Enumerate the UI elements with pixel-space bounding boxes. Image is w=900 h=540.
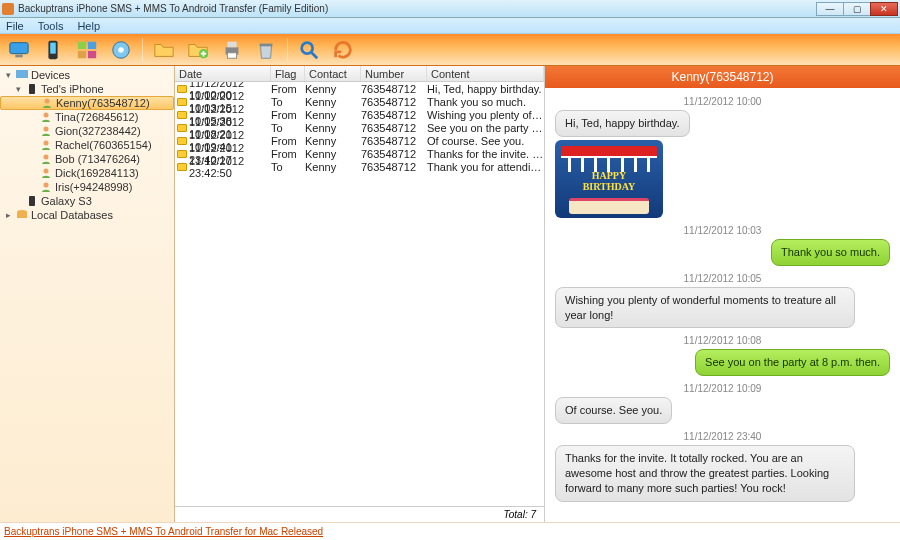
message-outgoing[interactable]: Thank you so much. (771, 239, 890, 266)
cell-number: 763548712 (361, 148, 427, 160)
mms-image[interactable]: HAPPYBIRTHDAY (555, 140, 663, 218)
toolbar-drives-icon[interactable] (74, 38, 100, 62)
tree-phone[interactable]: ▾Ted's iPhone (0, 82, 174, 96)
tree-label: Ted's iPhone (41, 83, 104, 95)
tree-label: Rachel(760365154) (55, 139, 152, 151)
cell-content: Wishing you plenty of wonderful mom... (427, 109, 544, 121)
toolbar-disc-icon[interactable] (108, 38, 134, 62)
menu-file[interactable]: File (6, 20, 24, 32)
table-row[interactable]: 11/12/2012 23:42:50ToKenny763548712Thank… (175, 160, 544, 173)
toolbar-monitor-icon[interactable] (6, 38, 32, 62)
cell-contact: Kenny (305, 83, 361, 95)
phone-icon (26, 196, 38, 206)
col-number[interactable]: Number (361, 66, 427, 81)
tree-contact[interactable]: Kenny(763548712) (0, 96, 174, 110)
svg-rect-7 (88, 50, 96, 57)
svg-rect-4 (78, 41, 86, 48)
cell-flag: From (271, 109, 305, 121)
cell-content: Thank you for attending my birthday p... (427, 161, 544, 173)
minimize-button[interactable]: — (816, 2, 844, 16)
cell-flag: From (271, 135, 305, 147)
cell-flag: To (271, 161, 305, 173)
svg-rect-17 (16, 70, 28, 78)
tree-contact[interactable]: Gion(327238442) (0, 124, 174, 138)
cell-date: 11/12/2012 23:42:50 (189, 155, 271, 179)
svg-rect-14 (260, 43, 273, 46)
menu-help[interactable]: Help (77, 20, 100, 32)
toolbar-trash-icon[interactable] (253, 38, 279, 62)
tree-galaxy[interactable]: Galaxy S3 (0, 194, 174, 208)
svg-point-22 (44, 141, 49, 146)
col-date[interactable]: Date (175, 66, 271, 81)
cell-number: 763548712 (361, 109, 427, 121)
tree-devices[interactable]: ▾Devices (0, 68, 174, 82)
cell-content: Hi, Ted, happy birthday. (427, 83, 544, 95)
toolbar (0, 34, 900, 66)
toolbar-folder-add-icon[interactable] (185, 38, 211, 62)
cell-contact: Kenny (305, 135, 361, 147)
cell-contact: Kenny (305, 161, 361, 173)
message-incoming[interactable]: Thanks for the invite. It totally rocked… (555, 445, 855, 502)
close-button[interactable]: ✕ (870, 2, 898, 16)
svg-line-16 (312, 52, 318, 58)
cell-content: Of course. See you. (427, 135, 544, 147)
person-icon (40, 154, 52, 164)
person-icon (41, 98, 53, 108)
tree-contact[interactable]: Rachel(760365154) (0, 138, 174, 152)
message-timestamp: 11/12/2012 10:00 (555, 96, 890, 107)
tree-contact[interactable]: Bob (713476264) (0, 152, 174, 166)
person-icon (40, 112, 52, 122)
svg-point-20 (44, 113, 49, 118)
message-incoming[interactable]: Of course. See you. (555, 397, 672, 424)
sms-icon (175, 150, 189, 158)
col-flag[interactable]: Flag (271, 66, 305, 81)
tree-label: Iris(+94248998) (55, 181, 132, 193)
footer-link[interactable]: Backuptrans iPhone SMS + MMS To Android … (4, 526, 323, 537)
person-icon (40, 140, 52, 150)
message-incoming[interactable]: Wishing you plenty of wonderful moments … (555, 287, 855, 329)
svg-rect-13 (227, 52, 236, 58)
column-headers: Date Flag Contact Number Content (175, 66, 544, 82)
tree-label: Galaxy S3 (41, 195, 92, 207)
svg-rect-5 (88, 41, 96, 48)
sms-icon (175, 85, 189, 93)
message-timestamp: 11/12/2012 10:09 (555, 383, 890, 394)
menu-tools[interactable]: Tools (38, 20, 64, 32)
svg-rect-26 (29, 196, 35, 206)
sms-icon (175, 98, 189, 106)
sms-icon (175, 163, 189, 171)
toolbar-separator (287, 38, 288, 62)
toolbar-phone-icon[interactable] (40, 38, 66, 62)
col-content[interactable]: Content (427, 66, 544, 81)
maximize-button[interactable]: ▢ (843, 2, 871, 16)
conversation-messages: 11/12/2012 10:00Hi, Ted, happy birthday.… (545, 88, 900, 522)
toolbar-refresh-icon[interactable] (330, 38, 356, 62)
message-rows: 11/12/2012 10:00:00FromKenny763548712Hi,… (175, 82, 544, 506)
col-contact[interactable]: Contact (305, 66, 361, 81)
tree-contact[interactable]: Iris(+94248998) (0, 180, 174, 194)
toolbar-folder-open-icon[interactable] (151, 38, 177, 62)
svg-point-23 (44, 155, 49, 160)
tree-contact[interactable]: Tina(726845612) (0, 110, 174, 124)
toolbar-separator (142, 38, 143, 62)
message-timestamp: 11/12/2012 10:08 (555, 335, 890, 346)
message-list-panel: Date Flag Contact Number Content 11/12/2… (175, 66, 545, 522)
message-timestamp: 11/12/2012 10:05 (555, 273, 890, 284)
toolbar-print-icon[interactable] (219, 38, 245, 62)
message-outgoing[interactable]: See you on the party at 8 p.m. then. (695, 349, 890, 376)
message-incoming[interactable]: Hi, Ted, happy birthday. (555, 110, 690, 137)
tree-contact[interactable]: Dick(169284113) (0, 166, 174, 180)
tree-label: Tina(726845612) (55, 111, 138, 123)
sms-icon (175, 137, 189, 145)
devices-icon (16, 70, 28, 80)
tree-label: Gion(327238442) (55, 125, 141, 137)
status-bar: Backuptrans iPhone SMS + MMS To Android … (0, 522, 900, 540)
cell-number: 763548712 (361, 122, 427, 134)
tree-localdb[interactable]: ▸Local Databases (0, 208, 174, 222)
cell-flag: To (271, 96, 305, 108)
message-timestamp: 11/12/2012 10:03 (555, 225, 890, 236)
cell-contact: Kenny (305, 109, 361, 121)
toolbar-search-icon[interactable] (296, 38, 322, 62)
svg-point-25 (44, 183, 49, 188)
tree-label: Kenny(763548712) (56, 97, 150, 109)
